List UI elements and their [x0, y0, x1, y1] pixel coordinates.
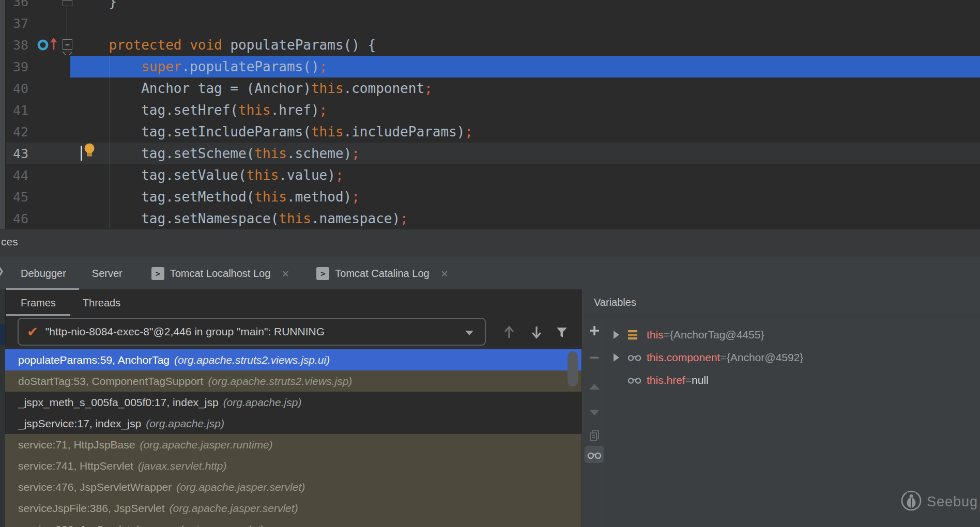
code-line[interactable]: }: [76, 0, 980, 12]
code-token: ;: [335, 167, 344, 183]
variable-value: null: [692, 374, 709, 386]
code-line[interactable]: [76, 12, 980, 34]
code-token: this: [254, 189, 287, 205]
code-line[interactable]: tag.setNamespace(this.namespace);: [76, 208, 980, 229]
tab-server[interactable]: Server: [92, 257, 122, 290]
frame-location: doStartTag:53, ComponentTagSupport: [18, 375, 203, 388]
code-editor[interactable]: − 36}3738protected void populateParams()…: [0, 0, 980, 229]
stack-frame-row[interactable]: service:330, JspServlet(org.apache.jaspe…: [5, 519, 581, 527]
stack-frame-row[interactable]: service:71, HttpJspBase(org.apache.jaspe…: [5, 434, 581, 455]
seebug-logo-icon: [900, 490, 922, 514]
variable-value: {AnchorTag@4455}: [670, 329, 764, 341]
stack-frame-row[interactable]: doStartTag:53, ComponentTagSupport(org.a…: [5, 370, 581, 392]
thread-running-checkmark-icon: ✔: [27, 324, 38, 339]
show-watches-toggle-button[interactable]: [585, 446, 604, 463]
move-watch-up-icon[interactable]: [582, 377, 606, 396]
code-line[interactable]: Anchor tag = (Anchor)this.component;: [76, 78, 980, 99]
code-token: ;: [319, 102, 328, 118]
frame-down-arrow-icon[interactable]: [529, 323, 544, 341]
tab-tomcat-catalina-log[interactable]: >Tomcat Catalina Log×: [316, 257, 448, 290]
code-line[interactable]: tag.setHref(this.href);: [76, 99, 980, 121]
duplicate-watch-icon[interactable]: [582, 426, 606, 445]
code-token: tag.setIncludeParams(: [141, 124, 311, 140]
expand-arrow-icon[interactable]: [614, 353, 627, 362]
code-line[interactable]: tag.setValue(this.value);: [76, 164, 980, 186]
expand-arrow-icon[interactable]: [614, 331, 627, 339]
subtab-frames[interactable]: Frames: [21, 289, 56, 316]
frame-location: serviceJspFile:386, JspServlet: [18, 502, 165, 515]
variable-row[interactable]: this.href = null: [606, 369, 980, 392]
stack-frame-row[interactable]: service:476, JspServletWrapper(org.apach…: [5, 476, 581, 498]
code-token: populateParams() {: [222, 37, 376, 53]
quickfix-lightbulb-icon[interactable]: [83, 143, 97, 160]
watches-toolbar: [582, 316, 606, 527]
variables-tree: this = {AnchorTag@4455}this.component = …: [606, 323, 980, 392]
line-number[interactable]: 43: [0, 143, 29, 164]
variable-row[interactable]: this.component = {Anchor@4592}: [606, 346, 980, 369]
variable-row[interactable]: this = {AnchorTag@4455}: [606, 323, 980, 346]
variables-title: Variables: [594, 297, 636, 308]
code-token: super: [141, 59, 181, 74]
fold-marker-expanded[interactable]: −: [63, 39, 72, 50]
line-number[interactable]: 42: [0, 121, 29, 143]
line-number[interactable]: 46: [0, 208, 29, 229]
line-number[interactable]: 39: [0, 56, 29, 78]
equals-sign: =: [720, 351, 726, 364]
code-line[interactable]: protected void populateParams() {: [76, 34, 980, 56]
line-number[interactable]: 40: [0, 78, 29, 99]
move-watch-down-icon[interactable]: [582, 403, 606, 422]
equals-sign: =: [664, 329, 670, 341]
hide-frames-filter-icon[interactable]: [554, 323, 570, 341]
stack-frame-row[interactable]: _jspx_meth_s_005fa_005f0:17, index_jsp(o…: [5, 392, 581, 413]
watch-glasses-icon: [627, 352, 647, 363]
line-number[interactable]: 38: [0, 34, 29, 56]
code-token: ;: [319, 59, 328, 74]
seebug-label: Seebug: [927, 494, 978, 510]
thread-selector-dropdown[interactable]: ✔ "http-nio-8084-exec-8"@2,446 in group …: [18, 318, 486, 346]
code-token: ;: [465, 124, 473, 140]
tool-window-chevron-icon[interactable]: ❯: [0, 266, 5, 278]
close-icon[interactable]: ×: [441, 268, 448, 280]
remove-watch-icon[interactable]: [582, 348, 606, 367]
debugger-subtabs: FramesThreads: [5, 289, 120, 316]
stack-frame-row[interactable]: service:741, HttpServlet(javax.servlet.h…: [5, 455, 581, 476]
debug-toolwindow-title-band: ces: [0, 229, 980, 257]
ide-debug-screen: − 36}3738protected void populateParams()…: [0, 0, 980, 527]
tab-tomcat-localhost-log[interactable]: >Tomcat Localhost Log×: [151, 257, 289, 290]
line-number[interactable]: 41: [0, 99, 29, 121]
stack-frame-row[interactable]: serviceJspFile:386, JspServlet(org.apach…: [5, 498, 581, 519]
frame-package: (org.apache.jsp): [223, 396, 302, 409]
code-line[interactable]: tag.setMethod(this.method);: [76, 186, 980, 208]
code-token: [181, 37, 190, 53]
left-stripe-selection-mark: [0, 324, 5, 345]
code-line[interactable]: tag.setScheme(this.scheme);: [76, 143, 980, 164]
close-icon[interactable]: ×: [282, 268, 289, 280]
code-token: Anchor tag = (Anchor): [141, 81, 311, 96]
code-token: .includeParams): [344, 124, 465, 140]
tab-debugger[interactable]: Debugger: [21, 257, 66, 290]
stack-frame-row[interactable]: populateParams:59, AnchorTag(org.apache.…: [5, 349, 581, 370]
frame-up-arrow-icon[interactable]: [501, 323, 517, 341]
code-token: ;: [400, 211, 408, 226]
code-line[interactable]: super.populateParams();: [76, 56, 980, 78]
line-number[interactable]: 45: [0, 186, 29, 208]
code-token: this: [254, 146, 287, 161]
line-number[interactable]: 37: [0, 12, 29, 34]
code-token: protected: [109, 37, 182, 53]
code-line[interactable]: tag.setIncludeParams(this.includeParams)…: [76, 121, 980, 143]
code-token: .scheme): [287, 146, 351, 161]
stack-frame-row[interactable]: _jspService:17, index_jsp(org.apache.jsp…: [5, 413, 581, 434]
frame-package: (org.apache.jasper.servlet): [176, 481, 305, 493]
code-token: this: [238, 102, 271, 118]
chevron-down-icon: [465, 331, 473, 335]
tab-label: Debugger: [21, 268, 66, 280]
override-method-gutter-icon[interactable]: [36, 37, 62, 53]
code-token: ;: [351, 146, 360, 161]
frames-scrollbar-thumb[interactable]: [568, 351, 578, 386]
frame-location: populateParams:59, AnchorTag: [18, 354, 170, 366]
subtab-threads[interactable]: Threads: [83, 289, 120, 316]
fold-marker-collapsed[interactable]: [63, 0, 72, 6]
line-number[interactable]: 44: [0, 164, 29, 186]
add-watch-icon[interactable]: [582, 321, 606, 340]
line-number[interactable]: 36: [0, 0, 29, 12]
